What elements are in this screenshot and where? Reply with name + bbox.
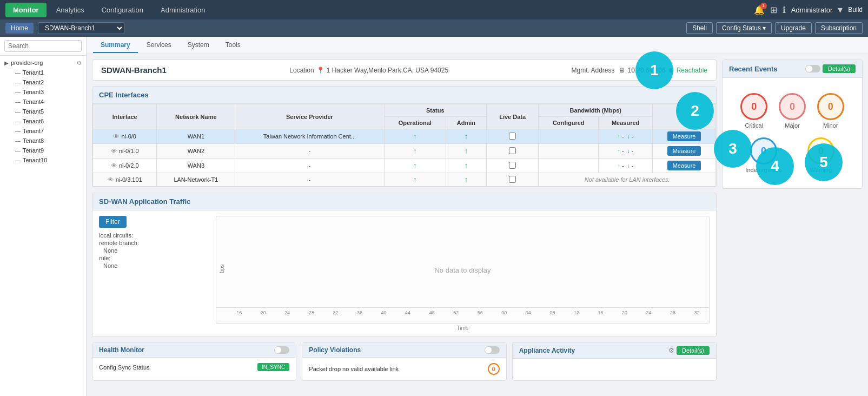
tenant-8[interactable]: — Tenant8: [11, 136, 86, 146]
appliance-details-btn[interactable]: Detail(s): [677, 346, 710, 355]
violation-label-1: Packet drop no valid available link: [309, 366, 399, 372]
config-status-button[interactable]: Config Status ▾: [716, 22, 772, 34]
tenant-2[interactable]: — Tenant2: [11, 77, 86, 87]
row2-admin: ↑: [446, 144, 486, 159]
appliance-body: [513, 359, 716, 367]
cpe-table: Interface Network Name Service Provider …: [92, 104, 716, 187]
local-circuits-label: local circuits:: [99, 232, 207, 239]
bell-icon[interactable]: 🔔 1: [754, 5, 765, 15]
shell-button[interactable]: Shell: [686, 22, 713, 34]
row1-admin: ↑: [446, 129, 486, 144]
measure-btn-2[interactable]: Measure: [667, 146, 701, 156]
tab-tools[interactable]: Tools: [218, 38, 248, 53]
nav-items: Monitor Analytics Configuration Administ…: [5, 3, 213, 17]
health-toggle[interactable]: [274, 346, 289, 354]
appliance-title: Appliance Activity: [519, 347, 575, 354]
tenant-6[interactable]: — Tenant6: [11, 116, 86, 126]
cpe-header: CPE Interfaces: [92, 87, 716, 104]
second-bar-right: Shell Config Status ▾ Upgrade Subscripti…: [686, 22, 863, 34]
row1-provider: Taiwan Network Information Cent...: [235, 129, 384, 144]
live-data-check-1[interactable]: [509, 133, 516, 140]
row3-admin: ↑: [446, 159, 486, 173]
live-data-check-3[interactable]: [509, 162, 516, 169]
nav-configuration[interactable]: Configuration: [94, 3, 151, 17]
table-row: 👁ni-0/1.0 WAN2 - ↑ ↑ ↑ - ↓ -: [93, 144, 716, 159]
col-bandwidth-group: Bandwidth (Mbps): [539, 104, 653, 117]
events-body: 0 Critical 0 Major 0 Minor: [723, 78, 862, 188]
measure-btn-1[interactable]: Measure: [667, 131, 701, 141]
col-live-data: Live Data: [486, 104, 538, 129]
row2-interface: 👁ni-0/1.0: [93, 144, 157, 159]
grid-icon[interactable]: ⊞: [770, 5, 777, 15]
cpe-interfaces-card: CPE Interfaces Interface Network Name Se…: [92, 86, 717, 187]
search-input[interactable]: [4, 40, 82, 52]
tab-services[interactable]: Services: [139, 38, 179, 53]
content-area: Summary Services System Tools SDWAN-Bran…: [87, 37, 868, 396]
row4-interface: 👁ni-0/3.101: [93, 173, 157, 187]
tenant-4[interactable]: — Tenant4: [11, 97, 86, 107]
info-icon[interactable]: ℹ: [783, 5, 786, 15]
visibility-icon-3[interactable]: 👁: [111, 162, 117, 169]
table-row: 👁ni-0/2.0 WAN3 - ↑ ↑ ↑ - ↓ -: [93, 159, 716, 173]
tab-summary[interactable]: Summary: [93, 38, 138, 53]
appliance-header: Appliance Activity ⚙ Detail(s): [513, 343, 716, 359]
policy-violations-card: Policy Violations Packet drop no valid a…: [302, 342, 506, 381]
row3-provider: -: [235, 159, 384, 173]
filter-button[interactable]: Filter: [99, 216, 127, 228]
main-column: SDWAN-Branch1 Location 📍 1 Hacker Way,Me…: [92, 60, 717, 391]
upgrade-button[interactable]: Upgrade: [775, 22, 812, 34]
no-data-label: No data to display: [434, 266, 491, 274]
tenant-icon-9: —: [15, 148, 21, 154]
tenant-3[interactable]: — Tenant3: [11, 87, 86, 97]
branch-selector[interactable]: SDWAN-Branch1: [38, 22, 124, 34]
events-toggle[interactable]: [805, 65, 820, 72]
row1-livedata: [486, 129, 538, 144]
live-data-check-2[interactable]: [509, 147, 516, 154]
tenant-icon-5: —: [15, 109, 21, 115]
row2-operational: ↑: [384, 144, 446, 159]
right-column: Recent Events Detail(s) 0 Critical: [722, 60, 863, 391]
tab-system[interactable]: System: [180, 38, 217, 53]
recent-events-card: Recent Events Detail(s) 0 Critical: [722, 60, 863, 189]
device-name: SDWAN-Branch1: [101, 65, 167, 75]
event-critical: 0 Critical: [738, 93, 771, 129]
time-label: Time: [216, 325, 710, 331]
location-label: Location: [289, 67, 314, 74]
reachable-dot: [669, 68, 673, 72]
gear-icon[interactable]: ⚙: [77, 60, 82, 66]
traffic-card: SD-WAN Application Traffic Filter local …: [92, 193, 717, 337]
live-data-check-4[interactable]: [509, 176, 516, 183]
tenant-5[interactable]: — Tenant5: [11, 107, 86, 116]
nav-administration[interactable]: Administration: [153, 3, 213, 17]
home-button[interactable]: Home: [5, 23, 34, 34]
tenant-7[interactable]: — Tenant7: [11, 126, 86, 136]
nav-monitor[interactable]: Monitor: [5, 3, 47, 17]
tenant-9[interactable]: — Tenant9: [11, 146, 86, 155]
measure-btn-3[interactable]: Measure: [667, 161, 701, 170]
warning-circle: 0: [807, 137, 834, 164]
tenant-10[interactable]: — Tenant10: [11, 155, 86, 165]
minor-circle: 0: [817, 93, 844, 120]
visibility-icon-2[interactable]: 👁: [111, 148, 117, 154]
row4-operational: ↑: [384, 173, 446, 187]
tree-root[interactable]: ▶ provider-org ⚙: [0, 58, 86, 68]
col-admin: Admin: [446, 117, 486, 129]
events-title: Recent Events: [729, 65, 778, 73]
subscription-button[interactable]: Subscription: [815, 22, 863, 34]
root-label: provider-org: [11, 60, 77, 66]
second-bar: Home SDWAN-Branch1 Shell Config Status ▾…: [0, 19, 868, 37]
cpe-body: Interface Network Name Service Provider …: [92, 104, 716, 187]
row1-measured: ↑ - ↓ -: [599, 129, 653, 144]
gear-details-icon: ⚙: [668, 347, 674, 354]
events-details-btn[interactable]: Detail(s): [823, 64, 856, 73]
sidebar: ▶ provider-org ⚙ — Tenant1 — Tenant2 — T…: [0, 37, 87, 396]
visibility-icon-4[interactable]: 👁: [108, 176, 114, 183]
row4-admin: ↑: [446, 173, 486, 187]
visibility-icon-1[interactable]: 👁: [113, 133, 119, 140]
tenant-icon-7: —: [15, 128, 21, 134]
health-header: Health Monitor: [92, 343, 296, 358]
warning-label: Warning: [810, 167, 832, 173]
nav-analytics[interactable]: Analytics: [49, 3, 92, 17]
policy-toggle[interactable]: [485, 346, 500, 354]
tenant-1[interactable]: — Tenant1: [11, 68, 86, 77]
